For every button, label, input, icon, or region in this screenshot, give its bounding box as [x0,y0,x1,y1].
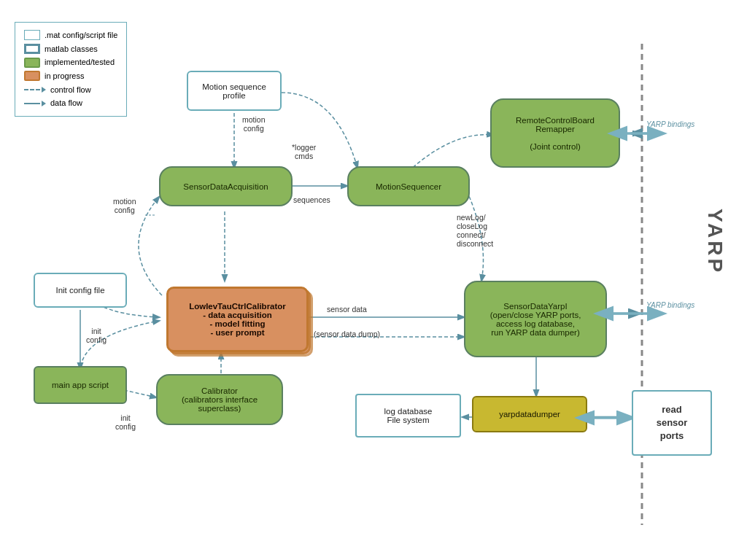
legend-icon-implemented [24,58,40,68]
legend-label-inprogress: in progress [44,69,84,83]
node-log-database-label: log databaseFile system [384,407,433,424]
legend-label-matfile: .mat config/script file [44,28,117,42]
node-motion-sequencer: MotionSequencer [347,166,470,206]
label-sequences: sequences [293,195,330,204]
node-calibrator-label: Calibrator(calibrators interfacesupercla… [182,386,258,413]
label-logger-cmds: *loggercmds [292,143,316,160]
legend-label-matlab: matlab classes [44,42,98,56]
label-newlog: newLog/closeLogconnect/disconnect [457,213,493,248]
node-init-config: Init config file [34,273,127,308]
callout-read-sensor-ports: readsensorports [632,390,712,456]
label-init-config-1: initconfig [86,327,107,344]
node-motion-sequence-label: Motion sequenceprofile [202,82,266,100]
node-motion-sequencer-label: MotionSequencer [376,182,441,191]
legend-item-implemented: implemented/tested [24,55,117,69]
legend-icon-dataflow [24,103,40,104]
yarp-bindings-1: YARP bindings [646,120,694,128]
node-sensor-data-yarp-label: SensorDataYarpI(open/close YARP ports,ac… [490,302,581,337]
legend-item-matfile: .mat config/script file [24,28,117,42]
label-init-config-2: initconfig [115,413,136,431]
legend-label-implemented: implemented/tested [44,55,115,69]
node-remote-control: RemoteControlBoardRemapper(Joint control… [490,98,620,168]
legend-item-inprogress: in progress [24,69,117,83]
yarp-label: YARP [703,209,727,296]
label-sensor-data-dump: (sensor data dump) [314,330,380,338]
svg-line-10 [124,390,156,397]
node-sensor-data-yarp: SensorDataYarpI(open/close YARP ports,ac… [464,281,607,357]
node-yarpdatadumper-label: yarpdatadumper [499,410,560,419]
node-calibrator: Calibrator(calibrators interfacesupercla… [156,374,283,425]
yarp-bindings-2: YARP bindings [646,301,694,309]
label-motion-config-1: motionconfig [113,197,136,214]
node-motion-sequence: Motion sequenceprofile [187,71,282,111]
node-yarpdatadumper: yarpdatadumper [472,396,587,432]
legend-item-dataflow: data flow [24,96,117,110]
node-main-app-label: main app script [52,381,109,389]
label-sensor-data: sensor data [327,305,367,314]
legend-label-controlflow: control flow [50,83,91,97]
node-init-config-label: Init config file [55,286,104,295]
legend-item-controlflow: control flow [24,83,117,97]
node-lowlev-label: LowlevTauCtrlCalibrator- data acquisitio… [189,302,286,337]
node-main-app: main app script [34,366,127,404]
node-remote-control-label: RemoteControlBoardRemapper(Joint control… [516,116,595,151]
node-log-database: log databaseFile system [355,394,461,438]
callout-read-sensor-ports-label: readsensorports [657,403,688,443]
legend-icon-matlab [24,44,40,54]
legend-label-dataflow: data flow [50,96,82,110]
legend-icon-inprogress [24,71,40,81]
diagram: .mat config/script file matlab classes i… [0,0,747,560]
node-sensor-data-acq-label: SensorDataAcquisition [183,182,268,191]
legend: .mat config/script file matlab classes i… [15,22,127,117]
legend-item-matlab: matlab classes [24,42,117,56]
legend-icon-controlflow [24,89,40,90]
legend-icon-matfile [24,30,40,40]
node-lowlev: LowlevTauCtrlCalibrator- data acquisitio… [166,287,309,352]
label-motion-config-2: motionconfig [242,115,266,133]
node-sensor-data-acq: SensorDataAcquisition [159,166,293,206]
